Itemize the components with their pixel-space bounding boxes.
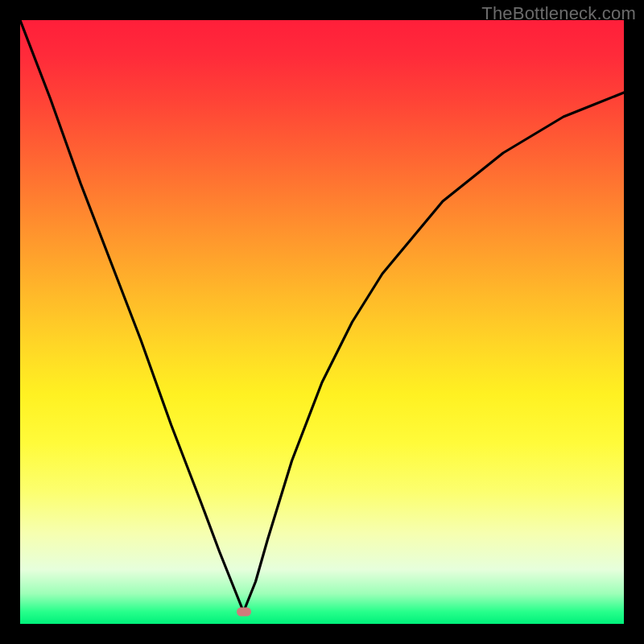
chart-frame: TheBottleneck.com	[0, 0, 644, 644]
plot-area	[20, 20, 624, 624]
watermark-text: TheBottleneck.com	[481, 3, 636, 24]
optimal-point-marker	[237, 608, 251, 617]
bottleneck-curve	[20, 20, 624, 624]
